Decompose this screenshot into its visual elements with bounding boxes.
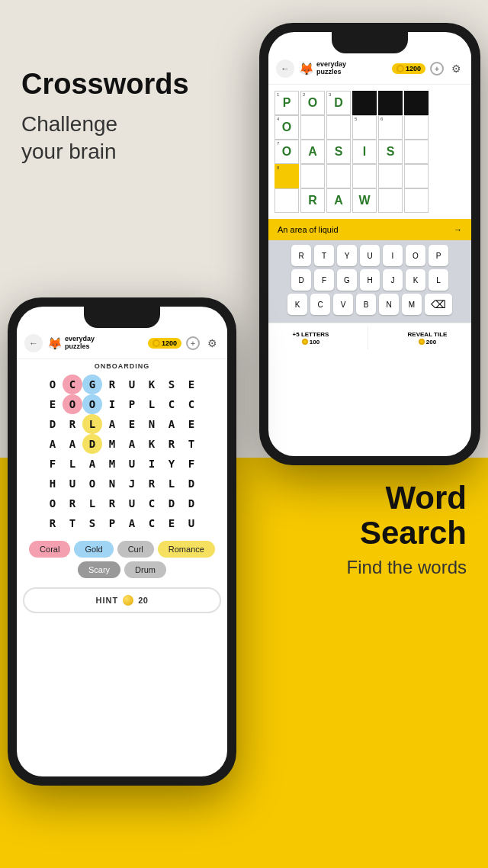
app-logo-crossword: 🦊 everyday puzzles (299, 61, 346, 76)
ws-row-4: A A D M A K R T (23, 434, 221, 454)
grid-row-5: R A W (274, 188, 465, 213)
ws-cell-4-5: A (122, 434, 142, 454)
logo-text-crossword: everyday puzzles (316, 61, 346, 76)
ws-cell-8-1: R (43, 513, 63, 533)
cell-2-4[interactable]: 5 (352, 115, 377, 140)
back-button-crossword[interactable]: ← (276, 59, 294, 78)
ws-cell-1-4: R (102, 375, 122, 394)
key-j[interactable]: J (383, 269, 403, 291)
key-f[interactable]: F (314, 269, 334, 291)
settings-button-ws[interactable]: ⚙ (204, 336, 220, 351)
cell-5-1[interactable] (274, 188, 299, 213)
ws-cell-8-3: S (82, 513, 102, 533)
key-t[interactable]: T (314, 245, 334, 266)
logo-text-ws: everyday puzzles (65, 336, 95, 351)
key-l[interactable]: L (429, 269, 448, 291)
app-logo-ws: 🦊 everyday puzzles (47, 336, 95, 351)
ws-cell-1-2: C (63, 375, 82, 394)
cell-4-3[interactable] (326, 164, 351, 188)
chip-coral[interactable]: Coral (29, 541, 70, 558)
crossword-header: ← 🦊 everyday puzzles 1200 + ⚙ (268, 53, 471, 85)
cell-5-4[interactable]: W (352, 188, 377, 213)
cell-2-5[interactable]: 6 (378, 115, 403, 140)
cell-1-2[interactable]: 2O (300, 91, 325, 115)
cell-5-3[interactable]: A (326, 188, 351, 213)
clue-arrow: → (454, 225, 462, 234)
coins-value-ws: 1200 (162, 339, 177, 347)
cell-5-2[interactable]: R (300, 188, 325, 213)
cell-3-3[interactable]: S (326, 140, 351, 164)
cell-3-4[interactable]: I (352, 140, 377, 164)
chip-gold[interactable]: Gold (74, 541, 113, 558)
chip-romance[interactable]: Romance (158, 541, 215, 558)
ws-row-3: D R L A E N A E (23, 414, 221, 434)
phone-notch-left (84, 307, 160, 328)
key-k2[interactable]: K (287, 294, 307, 315)
cell-4-4[interactable] (352, 164, 377, 188)
plus-button-crossword[interactable]: + (430, 62, 444, 76)
cell-2-2[interactable] (300, 115, 325, 140)
coin-icon-ws (152, 339, 160, 347)
coins-badge-crossword: 1200 (392, 63, 425, 74)
key-v[interactable]: V (333, 294, 353, 315)
cell-2-1[interactable]: 4O (274, 115, 299, 140)
key-g[interactable]: G (337, 269, 357, 291)
key-o[interactable]: O (406, 245, 425, 266)
cell-5-6[interactable] (404, 188, 429, 213)
chip-drum[interactable]: Drum (124, 561, 166, 578)
ws-cell-5-7: Y (162, 454, 181, 474)
back-button-ws[interactable]: ← (24, 334, 43, 352)
ws-cell-2-6: L (142, 394, 162, 414)
key-r[interactable]: R (291, 245, 311, 266)
ws-cell-4-1: A (43, 434, 63, 454)
ws-row-6: H U O N J R L D (23, 474, 221, 493)
cell-4-1-yellow[interactable]: 8 (274, 164, 299, 188)
cell-1-6-black (404, 91, 429, 115)
chip-curl[interactable]: Curl (117, 541, 154, 558)
ws-cell-1-8: E (181, 375, 201, 394)
key-y[interactable]: Y (337, 245, 357, 266)
action-letters[interactable]: +5 LETTERS 100 (293, 331, 329, 346)
key-i[interactable]: I (383, 245, 403, 266)
cell-5-5[interactable] (378, 188, 403, 213)
key-b[interactable]: B (356, 294, 376, 315)
key-u[interactable]: U (360, 245, 380, 266)
key-k[interactable]: K (406, 269, 425, 291)
key-d[interactable]: D (291, 269, 311, 291)
chip-scary[interactable]: Scary (78, 561, 120, 578)
action-reveal[interactable]: REVEAL TILE 200 (408, 331, 448, 346)
ws-cell-6-1: H (43, 474, 63, 493)
ws-cell-2-3: O (82, 394, 102, 414)
ws-cell-7-1: O (43, 493, 63, 513)
cell-2-3[interactable] (326, 115, 351, 140)
cell-4-6[interactable] (404, 164, 429, 188)
key-c[interactable]: C (310, 294, 330, 315)
key-delete[interactable]: ⌫ (425, 294, 452, 315)
ws-cell-3-4: A (102, 414, 122, 434)
ws-cell-2-8: C (181, 394, 201, 414)
cell-3-2[interactable]: A (300, 140, 325, 164)
hint-button[interactable]: HINT 20 (23, 587, 221, 613)
cell-4-5[interactable] (378, 164, 403, 188)
key-n[interactable]: N (379, 294, 399, 315)
wordsearch-header: ← 🦊 everyday puzzles 1200 + ⚙ (17, 328, 227, 359)
key-row-2: D F G H J K L (271, 269, 468, 291)
key-m[interactable]: M (402, 294, 422, 315)
cell-1-3[interactable]: 3D (326, 91, 351, 115)
cell-4-2[interactable] (300, 164, 325, 188)
key-h[interactable]: H (360, 269, 380, 291)
key-p[interactable]: P (429, 245, 448, 266)
plus-button-ws[interactable]: + (186, 336, 200, 350)
cell-3-6[interactable] (404, 140, 429, 164)
grid-row-4: 8 (274, 164, 465, 188)
settings-button-crossword[interactable]: ⚙ (448, 61, 464, 76)
ws-cell-4-3: D (82, 434, 102, 454)
cell-2-6[interactable] (404, 115, 429, 140)
cell-3-1[interactable]: 7O (274, 140, 299, 164)
action-reveal-label: REVEAL TILE (408, 331, 448, 338)
coin-icon-crossword (396, 65, 404, 72)
cell-3-5[interactable]: S (378, 140, 403, 164)
key-row-3: K C V B N M ⌫ (271, 294, 468, 315)
cell-1-1[interactable]: 1P (274, 91, 299, 115)
ws-cell-4-7: R (162, 434, 181, 454)
